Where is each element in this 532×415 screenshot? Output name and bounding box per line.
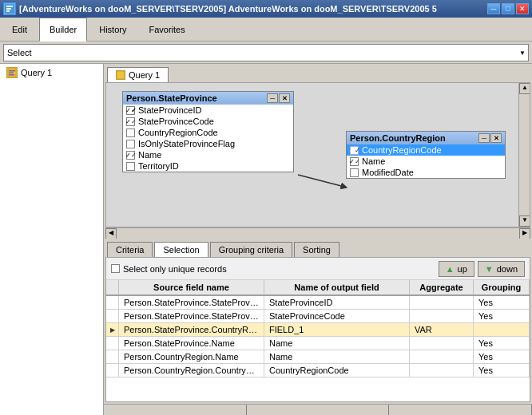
tree-item-query1[interactable]: Query 1 — [0, 64, 103, 81]
right-panel: Query 1 Person.Sta — [104, 64, 532, 415]
sp-cb-2[interactable] — [126, 128, 135, 137]
diagram-hscroll[interactable]: ◀ ▶ — [105, 227, 530, 239]
up-button[interactable]: ▲ up — [439, 261, 474, 277]
title-bar-left: [AdventureWorks on dooM_SERVER\TSERV2005… — [3, 2, 437, 15]
col-header-0 — [106, 280, 119, 294]
tab-grouping[interactable]: Grouping criteria — [210, 242, 292, 257]
svg-rect-7 — [9, 74, 14, 76]
down-button[interactable]: ▼ down — [478, 261, 525, 277]
grouping-cell-5: Yes — [474, 364, 530, 377]
sp-label-2: CountryRegionCode — [138, 128, 218, 137]
down-icon: ▼ — [485, 264, 494, 274]
country-region-header: Person.CountryRegion ─ ✕ — [347, 132, 505, 144]
close-button[interactable]: ✕ — [516, 3, 529, 14]
col-header-source: Source field name — [119, 280, 264, 294]
col-header-grouping: Grouping — [474, 280, 530, 294]
tab-selection[interactable]: Selection — [154, 242, 208, 257]
sp-label-5: TerritoryID — [138, 161, 179, 171]
svg-line-9 — [298, 175, 344, 187]
sp-label-1: StateProvinceCode — [138, 117, 214, 126]
sp-field-0: ✓ StateProvinceID — [123, 105, 293, 116]
grid-area: Select only unique records ▲ up ▼ down — [105, 257, 530, 402]
source-cell-5: Person.CountryRegion.CountryRegionCode — [119, 364, 264, 377]
output-cell-5: CountryRegionCode — [264, 364, 410, 377]
status-seg-3 — [389, 405, 532, 415]
query-tab-1[interactable]: Query 1 — [107, 67, 169, 82]
svg-rect-5 — [9, 70, 15, 72]
title-bar-text: [AdventureWorks on dooM_SERVER\TSERV2005… — [19, 4, 437, 14]
sp-label-4: Name — [138, 150, 161, 160]
select-wrapper: Select — [3, 44, 529, 61]
table-minimize-btn[interactable]: ─ — [267, 93, 278, 103]
query-icon — [6, 67, 18, 78]
bottom-status — [104, 404, 532, 415]
up-label: up — [458, 264, 467, 274]
cr-minimize-btn[interactable]: ─ — [478, 133, 490, 143]
row-indicator-0 — [106, 296, 119, 309]
cr-field-0: ✓ CountryRegionCode — [347, 144, 505, 156]
diagram-vscroll[interactable]: ▲ ▼ — [518, 83, 530, 227]
row-indicator-5 — [106, 364, 119, 377]
menu-builder[interactable]: Builder — [39, 18, 87, 42]
table-row[interactable]: Person.StateProvince.StateProvinceID Sta… — [106, 296, 530, 310]
sp-cb-1[interactable]: ✓ — [126, 117, 135, 126]
table-row[interactable]: Person.StateProvince.Name Name Yes — [106, 337, 530, 350]
tree-item-label: Query 1 — [21, 68, 52, 77]
grouping-cell-0: Yes — [474, 296, 530, 309]
cr-label-1: Name — [362, 156, 385, 166]
sp-cb-5[interactable] — [126, 162, 135, 171]
aggregate-cell-2: VAR — [410, 323, 474, 336]
row-arrow-icon: ▶ — [110, 326, 115, 334]
sp-field-2: CountryRegionCode — [123, 127, 293, 138]
menu-favorites[interactable]: Favorites — [138, 18, 195, 41]
table-row[interactable]: ▶ Person.StateProvince.CountryRegionCode… — [106, 323, 530, 337]
source-cell-1: Person.StateProvince.StateProvinceCode — [119, 310, 264, 322]
down-label: down — [497, 264, 518, 274]
table-header-buttons: ─ ✕ — [267, 93, 290, 103]
diagram-inner: Person.StateProvince ─ ✕ ✓ StateProvince… — [106, 83, 530, 227]
sp-cb-4[interactable]: ✓ — [126, 151, 135, 160]
source-cell-3: Person.StateProvince.Name — [119, 337, 264, 350]
source-cell-4: Person.CountryRegion.Name — [119, 350, 264, 363]
row-indicator-2: ▶ — [106, 323, 119, 336]
svg-rect-6 — [9, 73, 14, 74]
cr-close-btn[interactable]: ✕ — [490, 133, 502, 143]
sp-cb-3[interactable] — [126, 140, 135, 148]
aggregate-cell-0 — [410, 296, 474, 309]
sp-cb-0[interactable]: ✓ — [126, 106, 135, 115]
table-row[interactable]: Person.CountryRegion.CountryRegionCode C… — [106, 364, 530, 377]
menu-edit[interactable]: Edit — [2, 18, 38, 41]
unique-label: Select only unique records — [123, 264, 227, 274]
table-close-btn[interactable]: ✕ — [279, 93, 290, 103]
sp-field-3: IsOnlyStateProvinceFlag — [123, 138, 293, 149]
sp-label-3: IsOnlyStateProvinceFlag — [138, 139, 235, 148]
row-indicator-1 — [106, 310, 119, 322]
svg-rect-2 — [6, 8, 11, 10]
cr-cb-2[interactable] — [350, 168, 359, 177]
output-cell-2: FIELD_1 — [264, 323, 410, 336]
table-row[interactable]: Person.CountryRegion.Name Name Yes — [106, 350, 530, 364]
minimize-button[interactable]: ─ — [487, 3, 500, 14]
unique-checkbox[interactable] — [111, 264, 120, 273]
maximize-button[interactable]: □ — [502, 3, 514, 14]
aggregate-cell-1 — [410, 310, 474, 322]
title-bar: [AdventureWorks on dooM_SERVER\TSERV2005… — [0, 0, 532, 18]
table-row[interactable]: Person.StateProvince.StateProvinceCode S… — [106, 310, 530, 323]
query-type-select[interactable]: Select — [3, 44, 529, 61]
country-region-title: Person.CountryRegion — [350, 133, 446, 143]
output-cell-4: Name — [264, 350, 410, 363]
status-seg-2 — [247, 405, 390, 415]
menu-history[interactable]: History — [89, 18, 137, 41]
cr-cb-0[interactable]: ✓ — [350, 146, 359, 155]
cr-cb-1[interactable]: ✓ — [350, 157, 359, 166]
left-panel: Query 1 — [0, 64, 104, 415]
query-tab-label: Query 1 — [129, 70, 160, 80]
tab-criteria[interactable]: Criteria — [107, 242, 153, 257]
output-cell-3: Name — [264, 337, 410, 350]
output-cell-1: StateProvinceCode — [264, 310, 410, 322]
col-header-output: Name of output field — [264, 280, 410, 294]
grouping-cell-4: Yes — [474, 350, 530, 363]
cr-label-2: ModifiedDate — [362, 168, 414, 177]
tab-sorting[interactable]: Sorting — [294, 242, 339, 257]
cr-label-0: CountryRegionCode — [362, 145, 442, 155]
